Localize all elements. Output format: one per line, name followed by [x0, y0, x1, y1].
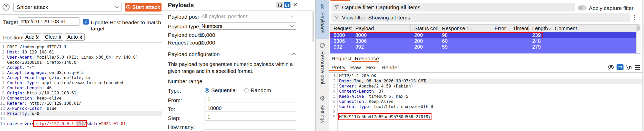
dock-right-layout-button[interactable]	[284, 2, 290, 8]
payload-type-select[interactable]: Numbers	[199, 23, 296, 30]
show-newlines-icon[interactable]: \n	[625, 64, 632, 70]
code-line[interactable]: 5Accept-Language: en-US,en;q=0.5	[0, 70, 162, 75]
table-cell[interactable]: 239	[529, 32, 551, 38]
column-header[interactable]: Error	[491, 25, 509, 32]
code-line[interactable]: 12X-PwnFox-Color: blue	[0, 106, 162, 111]
code-line[interactable]: 4Content-Length: 37	[329, 89, 642, 94]
table-cell[interactable]	[551, 38, 637, 44]
random-radio[interactable]: Random	[244, 87, 271, 93]
table-cell[interactable]: 279	[529, 44, 551, 50]
table-cell[interactable]	[509, 44, 529, 50]
code-line[interactable]: 11Referer: http://10.129.108.61/	[0, 101, 162, 106]
code-line[interactable]: 2Date: Thu, 08 Jan 2026 10:07:13 GMT	[329, 79, 642, 84]
code-line[interactable]: 3Server: Apache/2.4.59 (Debian)	[329, 84, 642, 89]
table-cell[interactable]: 8000	[330, 32, 352, 38]
capture-filter-bar[interactable]: Capture filter: Capturing all items	[331, 3, 575, 12]
subtab-pretty[interactable]: Pretty	[331, 64, 346, 71]
table-cell[interactable]	[509, 32, 529, 38]
scrollbar-thumb[interactable]	[637, 25, 640, 31]
side-tab-resource-pool[interactable]: Resource pool	[316, 39, 329, 92]
table-cell[interactable]: 200	[411, 38, 438, 44]
table-cell[interactable]: 200	[411, 44, 438, 50]
column-header[interactable]: Payload	[352, 25, 411, 32]
code-line[interactable]: Gecko/20100101 Firefox/140.0	[0, 60, 162, 65]
target-input[interactable]: http://10.129.108.61	[18, 17, 79, 26]
table-cell[interactable]: 992	[352, 44, 411, 50]
column-header[interactable]: Request	[330, 25, 352, 32]
code-line[interactable]: 1POST /index.php HTTP/1.1	[0, 45, 162, 50]
request-editor[interactable]: 1POST /index.php HTTP/1.12Host: 10.129.1…	[0, 43, 162, 131]
code-line[interactable]: 6Accept-Encoding: gzip, deflate, br	[0, 75, 162, 80]
code-line[interactable]: 9HTB{911fc5badf7d65aed95380d536c270f8}	[329, 114, 642, 119]
dock-left-layout-button[interactable]	[276, 2, 283, 8]
sequential-radio[interactable]: Sequential	[205, 87, 237, 93]
column-header[interactable]: Comment	[551, 25, 637, 32]
close-icon[interactable]: ✕	[293, 2, 297, 8]
how-many-input[interactable]	[205, 123, 296, 130]
table-cell[interactable]	[509, 38, 529, 44]
code-line[interactable]: 3User-Agent: Mozilla/5.0 (X11; Linux x86…	[0, 55, 162, 60]
code-line[interactable]: 7Content-Type: application/x-www-form-ur…	[0, 80, 162, 85]
table-cell[interactable]: 3306	[330, 38, 352, 44]
table-row[interactable]: 8000800020098239	[330, 32, 640, 38]
table-cell[interactable]	[551, 44, 637, 50]
response-editor[interactable]: 1HTTP/1.1 200 OK2Date: Thu, 08 Jan 2026 …	[329, 72, 642, 131]
help-icon[interactable]: ?	[3, 4, 9, 10]
tab-response[interactable]: Response	[355, 56, 379, 62]
table-cell[interactable]: 992	[330, 44, 352, 50]
step-input[interactable]: 1	[205, 114, 296, 121]
view-filter-bar[interactable]: View filter: Showing all items	[331, 13, 630, 22]
code-line[interactable]: 8Content-Length: 46	[0, 85, 162, 91]
code-line[interactable]: 7Content-Type: text/html; charset=UTF-8	[329, 104, 642, 109]
hamburger-menu-icon[interactable]	[635, 64, 641, 70]
table-scrollbar[interactable]	[636, 25, 640, 53]
code-line[interactable]: 6Connection: Keep-Alive	[329, 99, 642, 104]
code-line[interactable]: 5Keep-Alive: timeout=5, max=5	[329, 94, 642, 99]
hide-highlights-icon[interactable]	[607, 64, 615, 70]
column-header[interactable]: Timeout	[509, 25, 529, 32]
code-line[interactable]: 2Host: 10.129.108.61	[0, 50, 162, 55]
table-cell[interactable]	[551, 32, 637, 38]
auto-marker-button[interactable]: Auto §	[65, 33, 85, 41]
table-cell[interactable]	[491, 32, 509, 38]
code-line[interactable]: 15dateserver=http://127.0.0.1:§1§/&date=…	[0, 121, 162, 126]
kebab-menu-icon[interactable]	[634, 15, 635, 20]
add-marker-button[interactable]: Add §	[23, 33, 41, 41]
start-attack-button[interactable]: Start attack	[125, 3, 162, 12]
column-header[interactable]: Status code	[411, 25, 438, 32]
payload-position-select[interactable]: All payload positions	[199, 13, 296, 20]
results-table-header[interactable]: RequestPayloadStatus codeResponse r...Er…	[330, 25, 640, 32]
tab-request[interactable]: Request	[331, 56, 351, 62]
apply-capture-filter-toggle[interactable]	[578, 5, 587, 10]
collapse-icon[interactable]	[292, 53, 296, 56]
side-tab-payloads[interactable]: § Payloads	[316, 0, 329, 39]
table-cell[interactable]	[491, 38, 509, 44]
side-tab-settings[interactable]: ⚙ Settings	[316, 92, 329, 131]
code-line[interactable]: 10Connection: keep-alive	[0, 96, 162, 101]
subtab-raw[interactable]: Raw	[350, 64, 361, 71]
code-line[interactable]: 1HTTP/1.1 200 OK	[329, 73, 642, 79]
code-line[interactable]: 4Accept: */*	[0, 65, 162, 70]
table-cell[interactable]: 59	[438, 44, 491, 50]
table-row[interactable]: 3306330620060248	[330, 38, 640, 44]
attack-type-select[interactable]: Sniper attack	[13, 3, 122, 12]
scrollbar-thumb[interactable]	[313, 12, 314, 42]
clear-marker-button[interactable]: Clear §	[43, 33, 63, 41]
subtab-render[interactable]: Render	[381, 64, 399, 71]
code-line[interactable]: 8	[329, 109, 642, 114]
code-line[interactable]: 13Priority: u=0	[0, 111, 162, 116]
word-wrap-icon[interactable]	[617, 64, 623, 70]
code-line[interactable]: 9Origin: http://10.129.108.61	[0, 91, 162, 96]
update-host-checkbox[interactable]: ✓	[83, 19, 89, 25]
table-cell[interactable]: 248	[529, 38, 551, 44]
to-input[interactable]: 10000	[205, 105, 296, 112]
column-header[interactable]: Response r...	[438, 25, 491, 32]
column-header[interactable]: Length	[529, 25, 551, 32]
code-line[interactable]: 14	[0, 116, 162, 121]
table-cell[interactable]: 200	[411, 32, 438, 38]
from-input[interactable]: 1	[205, 96, 296, 103]
subtab-hex[interactable]: Hex	[366, 64, 376, 71]
table-cell[interactable]: 98	[438, 32, 491, 38]
table-cell[interactable]: 60	[438, 38, 491, 44]
table-cell[interactable]	[491, 44, 509, 50]
